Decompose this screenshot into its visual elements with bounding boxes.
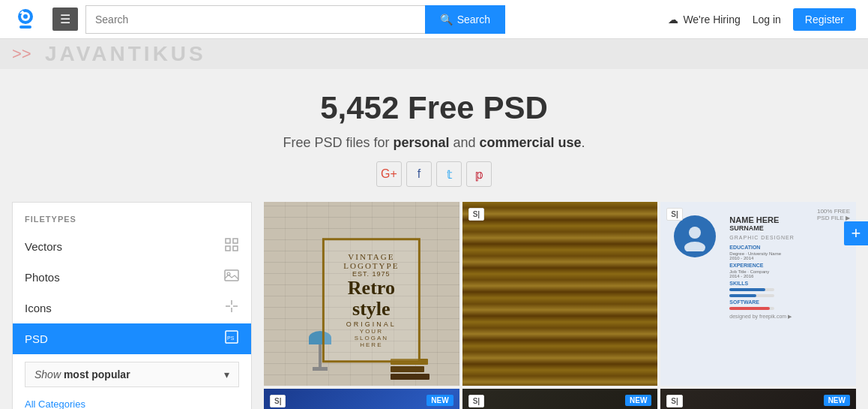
book-3 — [391, 374, 430, 380]
frame-original: ORIGINAL — [343, 320, 400, 328]
and-text: and — [449, 135, 479, 150]
hero-section: 5,452 Free PSD Free PSD files for person… — [0, 69, 868, 202]
watermark-area: >> JAVANTIKUS — [0, 39, 868, 69]
svg-rect-8 — [233, 246, 238, 251]
watermark-text: JAVANTIKUS — [45, 42, 206, 66]
filetype-photos[interactable]: Photos — [13, 262, 251, 293]
retro-frame: VINTAGE LOGOTYPE EST. 1975 Retrostyle OR… — [322, 238, 420, 362]
lamp-base — [313, 367, 328, 371]
resume-job-title: GRAPHIC DESIGNER — [729, 235, 846, 240]
logo-area — [12, 6, 39, 33]
resume-content: NAME HERE SURNAME GRAPHIC DESIGNER EDUCA… — [726, 209, 849, 378]
all-categories-link[interactable]: All Categories — [13, 395, 251, 409]
subtitle-prefix: Free PSD files for — [283, 135, 393, 150]
period: . — [582, 135, 585, 150]
cloud-icon: ☁ — [668, 14, 678, 26]
login-link[interactable]: Log in — [753, 14, 781, 26]
icons-icon — [224, 299, 239, 317]
show-popular-dropdown[interactable]: Show most popular ▾ — [25, 362, 239, 387]
twitter-button[interactable]: 𝕥 — [436, 161, 462, 187]
personal-text: personal — [393, 135, 449, 150]
freepik-logo — [12, 6, 39, 33]
filetype-psd[interactable]: PSD PS — [13, 323, 251, 354]
freepik-credit: designed by freepik.com ▶ — [729, 314, 846, 320]
svg-rect-7 — [226, 246, 230, 251]
s-badge-3: S| — [666, 208, 682, 221]
image-card-5[interactable]: S| NEW YOUR COMPANY yourcompany.com — [462, 389, 658, 409]
search-button[interactable]: 🔍 Search — [425, 5, 505, 34]
resume-section-education: EDUCATION — [729, 245, 846, 250]
header: ☰ 🔍 Search ☁ We're Hiring Log in Registe… — [0, 0, 868, 39]
s-badge-2: S| — [468, 208, 484, 221]
software-bar-1 — [729, 306, 846, 311]
hiring-label: We're Hiring — [683, 14, 740, 26]
sidebar: FILETYPES Vectors Photos Icons PSD PS — [12, 202, 252, 409]
image-grid: S| VINTAGE LOGOTYPE EST. 1975 Retrostyle… — [264, 202, 856, 409]
google-plus-button[interactable]: G+ — [376, 161, 402, 187]
pinterest-button[interactable]: 𝕡 — [466, 161, 492, 187]
lamp-stem — [319, 344, 322, 367]
psd-label-badge: 100% FREEPSD FILE ▶ — [817, 208, 850, 221]
hero-subtitle: Free PSD files for personal and commerci… — [15, 135, 853, 151]
search-bar: 🔍 Search — [85, 5, 505, 34]
svg-rect-6 — [233, 239, 238, 243]
image-card-6[interactable]: S| NEW — [660, 389, 856, 409]
login-label: Log in — [753, 14, 781, 26]
new-badge-6: NEW — [824, 395, 850, 406]
s-badge-4: S| — [270, 395, 286, 407]
search-input[interactable] — [85, 5, 425, 34]
search-icon: 🔍 — [440, 14, 453, 26]
chevron-down-icon: ▾ — [224, 368, 229, 380]
header-right: ☁ We're Hiring Log in Register — [668, 8, 856, 31]
frame-retro-text: Retrostyle — [343, 278, 400, 320]
resume-inner: NAME HERE SURNAME GRAPHIC DESIGNER EDUCA… — [660, 202, 856, 386]
frame-slogan: YOUR SLOGAN HERE — [343, 328, 400, 348]
psd-label: PSD — [25, 332, 224, 345]
resume-exp-text: Job Title · Company2014 - 2016 — [729, 269, 846, 278]
vectors-label: Vectors — [25, 240, 224, 253]
resume-section-skills: SKILLS — [729, 281, 846, 286]
resume-section-software: SOFTWARE — [729, 299, 846, 305]
frame-box: VINTAGE LOGOTYPE EST. 1975 Retrostyle OR… — [322, 238, 420, 362]
hiring-link[interactable]: ☁ We're Hiring — [668, 14, 740, 26]
svg-rect-5 — [226, 239, 230, 243]
plus-button[interactable]: + — [844, 221, 868, 245]
social-buttons: G+ f 𝕥 𝕡 — [15, 161, 853, 187]
watermark-arrows: >> — [12, 44, 31, 64]
filetype-vectors[interactable]: Vectors — [13, 231, 251, 262]
all-categories[interactable]: All Categories — [25, 397, 85, 409]
vectors-icon — [224, 237, 239, 256]
image-card-3[interactable]: S| 100% FREEPSD FILE ▶ NAME HERE SURNAME… — [660, 202, 856, 386]
photos-icon — [224, 268, 239, 287]
svg-rect-9 — [225, 270, 238, 281]
s-badge-6: S| — [666, 395, 682, 407]
svg-point-18 — [684, 242, 705, 251]
s-badge-5: S| — [468, 395, 484, 407]
frame-title-top: VINTAGE LOGOTYPE — [343, 252, 400, 270]
hamburger-button[interactable]: ☰ — [52, 8, 78, 31]
search-button-label: Search — [457, 14, 490, 26]
register-button[interactable]: Register — [793, 8, 856, 31]
resume-section-experience: EXPERIENCE — [729, 263, 846, 268]
svg-point-17 — [689, 227, 701, 239]
book-2 — [391, 366, 424, 372]
main-layout: FILETYPES Vectors Photos Icons PSD PS — [0, 202, 868, 409]
image-card-2[interactable]: S| — [462, 202, 658, 386]
photos-label: Photos — [25, 271, 224, 284]
filetype-icons[interactable]: Icons — [13, 293, 251, 323]
skill-bar-2 — [729, 293, 846, 298]
svg-text:PS: PS — [227, 335, 235, 341]
svg-rect-3 — [19, 26, 31, 29]
new-badge-5: NEW — [625, 395, 651, 406]
psd-icon: PS — [224, 329, 239, 348]
commercial-text: commercial use — [480, 135, 582, 150]
facebook-button[interactable]: f — [406, 161, 432, 187]
svg-point-2 — [23, 14, 28, 19]
resume-edu-text: Degree · University Name2010 - 2014 — [729, 251, 846, 260]
icons-label: Icons — [25, 302, 224, 314]
avatar — [674, 215, 716, 257]
image-card-4[interactable]: S| NEW Louis Smith YOUR COMPANY 📞 +1 999… — [264, 389, 459, 409]
image-card-1[interactable]: S| VINTAGE LOGOTYPE EST. 1975 Retrostyle… — [264, 202, 459, 386]
resume-surname: SURNAME — [729, 224, 846, 232]
filetypes-label: FILETYPES — [13, 215, 251, 231]
